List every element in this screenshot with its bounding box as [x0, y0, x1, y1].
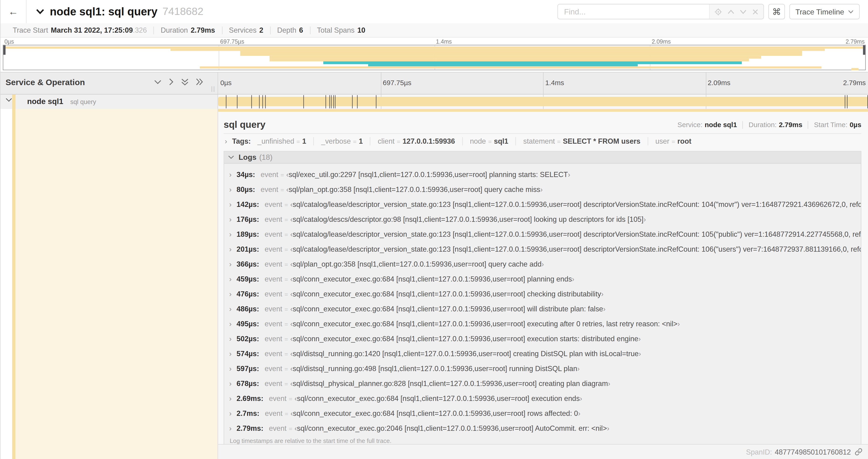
- span-log-marker[interactable]: [329, 95, 330, 108]
- span-log-marker[interactable]: [352, 95, 352, 108]
- expand-all-icon[interactable]: [196, 78, 203, 86]
- minimap-span-bar: [3, 46, 865, 48]
- log-open-quote: ‹: [294, 424, 297, 433]
- log-expand-chevron-icon[interactable]: ›: [229, 335, 231, 343]
- deep-link-icon[interactable]: [855, 448, 862, 456]
- log-expand-chevron-icon[interactable]: ›: [229, 230, 231, 238]
- tags-row[interactable]: › Tags: _unfinished = 1 _verbose: [223, 134, 861, 148]
- keyboard-shortcuts-button[interactable]: ⌘: [768, 4, 785, 19]
- log-entry-row[interactable]: › 574µs: event = ‹ sql/distsql_running.g…: [224, 346, 861, 361]
- minimap-axis-label: 697.75µs: [220, 38, 244, 45]
- log-entry-row[interactable]: › 459µs: event = ‹ sql/conn_executor_exe…: [224, 271, 861, 286]
- prev-match-icon[interactable]: [727, 9, 735, 14]
- log-expand-chevron-icon[interactable]: ›: [229, 170, 231, 179]
- span-duration-bar[interactable]: [218, 97, 868, 106]
- minimap-canvas[interactable]: [3, 45, 866, 70]
- tags-expand-chevron-icon[interactable]: ›: [225, 137, 227, 145]
- span-log-marker[interactable]: [226, 95, 226, 108]
- meta-label: Duration:: [748, 121, 777, 129]
- log-expand-chevron-icon[interactable]: ›: [229, 424, 231, 433]
- trace-minimap: 0µs697.75µs1.4ms2.09ms2.79ms: [0, 38, 868, 72]
- log-entry-row[interactable]: › 2.79ms: event = ‹ sql/conn_executor_ex…: [224, 421, 861, 436]
- clear-find-icon[interactable]: [752, 9, 758, 15]
- minimap-axis-label: 2.09ms: [652, 38, 671, 45]
- log-expand-chevron-icon[interactable]: ›: [229, 275, 231, 283]
- log-expand-chevron-icon[interactable]: ›: [229, 305, 231, 313]
- log-entry-row[interactable]: › 502µs: event = ‹ sql/conn_executor_exe…: [224, 331, 861, 346]
- span-detail-left-column: [0, 109, 218, 459]
- column-resizer-grip[interactable]: ||: [211, 85, 215, 92]
- collapse-all-icon[interactable]: [181, 78, 189, 86]
- span-log-marker[interactable]: [331, 95, 332, 108]
- log-entry-row[interactable]: › 597µs: event = ‹ sql/distsql_running.g…: [224, 361, 861, 376]
- back-button[interactable]: ←: [0, 0, 27, 23]
- span-log-marker[interactable]: [867, 95, 868, 108]
- log-entry-row[interactable]: › 495µs: event = ‹ sql/conn_executor_exe…: [224, 316, 861, 331]
- log-field-value: sql/catalog/lease/descriptor_version_sta…: [292, 200, 861, 208]
- log-expand-chevron-icon[interactable]: ›: [229, 350, 231, 358]
- log-expand-chevron-icon[interactable]: ›: [229, 320, 231, 328]
- span-log-marker[interactable]: [357, 95, 358, 108]
- trace-info-value: 10: [357, 26, 365, 34]
- log-field-value: sql/distsql_running.go:1420 [nsql1,clien…: [292, 350, 639, 358]
- collapse-one-icon[interactable]: [154, 79, 162, 84]
- log-entry-row[interactable]: › 486µs: event = ‹ sql/conn_executor_exe…: [224, 301, 861, 316]
- log-expand-chevron-icon[interactable]: ›: [229, 200, 231, 208]
- log-entry-row[interactable]: › 176µs: event = ‹ sql/catalog/descs/des…: [224, 212, 861, 227]
- log-expand-chevron-icon[interactable]: ›: [229, 365, 231, 373]
- span-collapse-chevron-icon[interactable]: [6, 98, 12, 102]
- find-input[interactable]: [558, 4, 709, 19]
- span-log-marker[interactable]: [262, 95, 263, 108]
- log-timestamp: 502µs:: [237, 335, 259, 343]
- span-log-marker[interactable]: [237, 95, 237, 108]
- span-row[interactable]: node sql1 sql query: [0, 94, 868, 109]
- log-entry-row[interactable]: › 476µs: event = ‹ sql/conn_executor_exe…: [224, 286, 861, 301]
- logs-count: (18): [259, 153, 273, 162]
- span-row-name-column[interactable]: node sql1 sql query: [0, 94, 218, 109]
- log-expand-chevron-icon[interactable]: ›: [229, 380, 231, 388]
- log-close-quote: ›: [601, 290, 603, 298]
- trace-collapse-chevron-icon[interactable]: [36, 9, 44, 14]
- log-entry-row[interactable]: › 678µs: event = ‹ sql/distsql_physical_…: [224, 376, 861, 391]
- span-row-bar-column[interactable]: [218, 94, 868, 109]
- log-field-key: event: [265, 320, 282, 328]
- span-log-marker[interactable]: [259, 95, 259, 108]
- log-expand-chevron-icon[interactable]: ›: [229, 215, 231, 223]
- log-expand-chevron-icon[interactable]: ›: [229, 394, 231, 403]
- log-entry-row[interactable]: › 80µs: event = ‹ sql/plan_opt.go:358 [n…: [224, 182, 861, 197]
- trace-info-item: Services 2: [222, 26, 271, 34]
- log-expand-chevron-icon[interactable]: ›: [229, 409, 231, 418]
- viewport-scrubber-right[interactable]: [863, 45, 865, 55]
- log-entry-row[interactable]: › 34µs: event = ‹ sql/exec_util.go:2297 …: [224, 167, 861, 182]
- span-log-marker[interactable]: [303, 95, 304, 108]
- log-entry-row[interactable]: › 142µs: event = ‹ sql/catalog/lease/des…: [224, 197, 861, 212]
- log-entry-row[interactable]: › 201µs: event = ‹ sql/catalog/lease/des…: [224, 242, 861, 257]
- span-log-marker[interactable]: [335, 95, 336, 108]
- log-entry-row[interactable]: › 189µs: event = ‹ sql/catalog/lease/des…: [224, 227, 861, 242]
- log-expand-chevron-icon[interactable]: ›: [229, 245, 231, 253]
- log-expand-chevron-icon[interactable]: ›: [229, 185, 231, 194]
- span-log-marker[interactable]: [376, 95, 377, 108]
- logs-header[interactable]: Logs (18): [224, 152, 861, 164]
- log-open-quote: ‹: [290, 409, 293, 418]
- trace-timeline-page: ← node sql1: sql query 7418682: [0, 0, 868, 459]
- span-log-marker[interactable]: [333, 95, 334, 108]
- span-log-marker[interactable]: [265, 95, 265, 108]
- log-entry-row[interactable]: › 2.69ms: event = ‹ sql/conn_executor_ex…: [224, 391, 861, 406]
- log-expand-chevron-icon[interactable]: ›: [229, 290, 231, 298]
- expand-one-icon[interactable]: [169, 78, 174, 86]
- logs-list: › 34µs: event = ‹ sql/exec_util.go:2297 …: [224, 164, 861, 436]
- log-open-quote: ‹: [290, 320, 292, 328]
- span-log-marker[interactable]: [847, 95, 848, 108]
- focus-target-icon[interactable]: [715, 8, 722, 15]
- view-selector-button[interactable]: Trace Timeline: [789, 4, 860, 19]
- span-log-marker[interactable]: [251, 95, 252, 108]
- span-log-marker[interactable]: [845, 95, 845, 108]
- log-entry-row[interactable]: › 366µs: event = ‹ sql/plan_opt.go:358 […: [224, 257, 861, 271]
- span-log-marker[interactable]: [325, 95, 326, 108]
- log-expand-chevron-icon[interactable]: ›: [229, 260, 231, 268]
- log-entry-row[interactable]: › 2.7ms: event = ‹ sql/conn_executor_exe…: [224, 406, 861, 421]
- next-match-icon[interactable]: [740, 9, 747, 14]
- viewport-scrubber-left[interactable]: [3, 45, 5, 55]
- trace-info-bar: Trace Start March 31 2022, 17:25:09 .326…: [0, 23, 868, 38]
